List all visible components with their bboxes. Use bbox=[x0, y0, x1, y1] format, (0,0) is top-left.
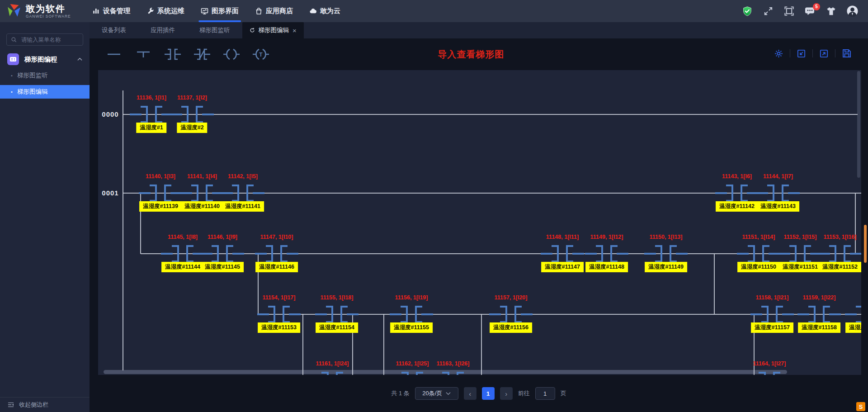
contact-device-tag[interactable]: 温湿度#11153 bbox=[258, 322, 300, 333]
contact-device-tag[interactable]: 温湿度#1 bbox=[136, 123, 166, 133]
settings-gear-icon[interactable] bbox=[774, 49, 783, 58]
ladder-contact[interactable]: 11164, 1[I27] bbox=[748, 372, 791, 375]
contact-device-tag[interactable]: 温湿度#11158 bbox=[798, 322, 840, 333]
contact-device-tag[interactable]: 温湿度#11149 bbox=[645, 262, 687, 272]
fullscreen-icon[interactable] bbox=[763, 6, 774, 16]
tab-1[interactable]: 应用插件 bbox=[138, 22, 187, 38]
ladder-contact[interactable]: 11145, 1[I8] 温湿度#11144 bbox=[161, 245, 204, 262]
goto-label: 前往 bbox=[518, 389, 530, 398]
input-method-badge[interactable]: S bbox=[856, 402, 865, 411]
ladder-contact[interactable]: 11161, 1[I24] bbox=[311, 372, 354, 375]
page-size-select[interactable]: 20条/页 bbox=[415, 387, 458, 400]
sidebar-item-ladder-monitor[interactable]: 梯形图监听 bbox=[0, 69, 90, 82]
contact-device-tag[interactable]: 温湿度#11140 bbox=[181, 201, 223, 212]
contact-device-tag[interactable]: 温湿度#11159 bbox=[845, 322, 861, 333]
tab-0[interactable]: 设备列表 bbox=[90, 22, 138, 38]
symbol-no-contact-button[interactable] bbox=[164, 47, 182, 61]
nav-item-store[interactable]: 应用商店 bbox=[247, 0, 301, 22]
nav-item-cloud[interactable]: 敢为云 bbox=[301, 0, 349, 22]
ladder-contact[interactable]: 11156, 1[I19] 温湿度#11155 bbox=[390, 306, 433, 323]
ladder-contact[interactable]: 11142, 1[I5] 温湿度#11141 bbox=[221, 185, 264, 202]
ladder-contact[interactable]: 11147, 1[I10] 温湿度#11146 bbox=[255, 245, 298, 262]
ladder-contact[interactable]: 11137, 1[I2] 温湿度#2 bbox=[170, 106, 214, 123]
contact-device-tag[interactable]: 温湿度#11145 bbox=[201, 262, 244, 272]
ladder-contact[interactable]: 11152, 1[I15] 温湿度#11151 bbox=[778, 245, 822, 262]
goto-page-input[interactable] bbox=[535, 387, 555, 400]
ladder-contact[interactable]: 11163, 1[I26] bbox=[431, 372, 475, 375]
ladder-contact[interactable]: 11157, 1[I20] 温湿度#11156 bbox=[489, 306, 533, 323]
ladder-contact[interactable]: 温湿度#11159 bbox=[845, 306, 861, 323]
contact-device-tag[interactable]: 温湿度#11144 bbox=[161, 262, 204, 272]
canvas-vscrollbar-thumb[interactable] bbox=[857, 71, 860, 178]
refresh-icon[interactable] bbox=[250, 28, 255, 33]
contact-device-tag[interactable]: 温湿度#11151 bbox=[779, 262, 821, 272]
contact-device-tag[interactable]: 温湿度#11157 bbox=[751, 322, 793, 333]
collapse-sidebar-button[interactable]: 收起侧边栏 bbox=[0, 397, 90, 412]
ladder-contact[interactable]: 11158, 1[I21] 温湿度#11157 bbox=[750, 306, 794, 323]
nav-item-devices[interactable]: 设备管理 bbox=[84, 0, 138, 22]
messages-icon[interactable]: 5 bbox=[805, 6, 816, 17]
ladder-contact[interactable]: 11144, 1[I7] 温湿度#11143 bbox=[756, 185, 800, 202]
ladder-contact[interactable]: 11159, 1[I22] 温湿度#11158 bbox=[797, 306, 841, 323]
ladder-contact[interactable]: 11141, 1[I4] 温湿度#11140 bbox=[180, 185, 224, 202]
contact-address-label: 11156, 1[I19] bbox=[395, 294, 428, 301]
screenshot-frame-icon[interactable] bbox=[784, 6, 794, 16]
contact-device-tag[interactable]: 温湿度#11156 bbox=[490, 322, 532, 333]
contact-left-bracket bbox=[172, 245, 179, 262]
contact-wire bbox=[253, 192, 264, 194]
ladder-canvas[interactable]: 0000000111136, 1[I1] 温湿度#111137, 1[I2] 温… bbox=[98, 70, 861, 375]
contact-device-tag[interactable]: 温湿度#2 bbox=[177, 123, 207, 133]
close-icon[interactable]: × bbox=[292, 27, 297, 34]
ladder-contact[interactable]: 11150, 1[I13] 温湿度#11149 bbox=[644, 245, 688, 262]
contact-device-tag[interactable]: 温湿度#11152 bbox=[819, 262, 861, 272]
theme-shirt-icon[interactable] bbox=[826, 6, 836, 16]
tab-3[interactable]: 梯形图编辑× bbox=[242, 22, 304, 38]
ladder-contact[interactable]: 11143, 1[I6] 温湿度#11142 bbox=[715, 185, 759, 202]
nav-item-ui[interactable]: 图形界面 bbox=[193, 0, 247, 22]
contact-device-tag[interactable]: 温湿度#11141 bbox=[222, 201, 264, 212]
tab-2[interactable]: 梯形图监听 bbox=[187, 22, 242, 38]
symbol-hline-button[interactable] bbox=[105, 47, 123, 61]
symbol-timer-coil-button[interactable]: T bbox=[252, 47, 270, 61]
contact-left-bracket bbox=[856, 306, 861, 323]
export-icon[interactable] bbox=[819, 49, 829, 58]
ladder-contact[interactable]: 11140, 1[I3] 温湿度#11139 bbox=[139, 185, 182, 202]
user-avatar[interactable] bbox=[847, 5, 858, 17]
contact-device-tag[interactable]: 温湿度#11148 bbox=[585, 262, 628, 272]
contact-device-tag[interactable]: 温湿度#11142 bbox=[716, 201, 758, 212]
menu-search-box[interactable] bbox=[6, 33, 83, 46]
ladder-contact[interactable]: 11136, 1[I1] 温湿度#1 bbox=[130, 106, 173, 123]
contact-device-tag[interactable]: 温湿度#11154 bbox=[316, 322, 358, 333]
symbol-tline-button[interactable] bbox=[134, 47, 152, 61]
nav-item-ops[interactable]: 系统运维 bbox=[138, 0, 193, 22]
contact-device-tag[interactable]: 温湿度#11150 bbox=[737, 262, 780, 272]
symbol-nc-contact-button[interactable] bbox=[193, 47, 211, 61]
contact-device-tag[interactable]: 温湿度#11155 bbox=[390, 322, 433, 333]
save-icon[interactable] bbox=[842, 48, 852, 58]
sidebar-group-ladder-programming[interactable]: 梯形图编程 bbox=[0, 52, 90, 66]
pagination-bar: 共 1 条 20条/页 ‹ 1 › 前往 页 bbox=[90, 375, 868, 412]
contact-device-tag[interactable]: 温湿度#11143 bbox=[757, 201, 799, 212]
ladder-contact[interactable]: 11155, 1[I18] 温湿度#11154 bbox=[315, 306, 359, 323]
ladder-contact[interactable]: 11151, 1[I14] 温湿度#11150 bbox=[737, 245, 780, 262]
ladder-contact[interactable]: 11149, 1[I12] 温湿度#11148 bbox=[585, 245, 628, 262]
next-page-button[interactable]: › bbox=[500, 387, 513, 400]
symbol-coil-button[interactable] bbox=[222, 47, 241, 61]
current-page-button[interactable]: 1 bbox=[482, 387, 495, 400]
ladder-contact[interactable]: 11153, 1[I16] 温湿度#11152 bbox=[818, 245, 861, 262]
ladder-contact[interactable]: 11154, 1[I17] 温湿度#11153 bbox=[257, 306, 301, 323]
ladder-wire-v bbox=[383, 314, 384, 375]
menu-search-input[interactable] bbox=[20, 36, 79, 43]
contact-device-tag[interactable]: 温湿度#11139 bbox=[139, 201, 182, 212]
sidebar-item-ladder-editor[interactable]: 梯形图编辑 bbox=[0, 85, 90, 99]
ladder-contact[interactable]: 11162, 1[I25] bbox=[391, 372, 434, 375]
contact-device-tag[interactable]: 温湿度#11146 bbox=[255, 262, 298, 272]
ladder-contact[interactable]: 11146, 1[I9] 温湿度#11145 bbox=[201, 245, 244, 262]
prev-page-button[interactable]: ‹ bbox=[464, 387, 476, 400]
top-navbar: 敢为软件 GANWEI SOFTWARE 设备管理系统运维图形界面应用商店敢为云… bbox=[0, 0, 868, 22]
contact-device-tag[interactable]: 温湿度#11147 bbox=[541, 262, 584, 272]
import-icon[interactable] bbox=[797, 49, 806, 58]
ladder-contact[interactable]: 11148, 1[I11] 温湿度#11147 bbox=[541, 245, 584, 262]
page-vscrollbar-thumb[interactable] bbox=[864, 225, 867, 263]
security-shield-icon[interactable] bbox=[742, 6, 753, 17]
